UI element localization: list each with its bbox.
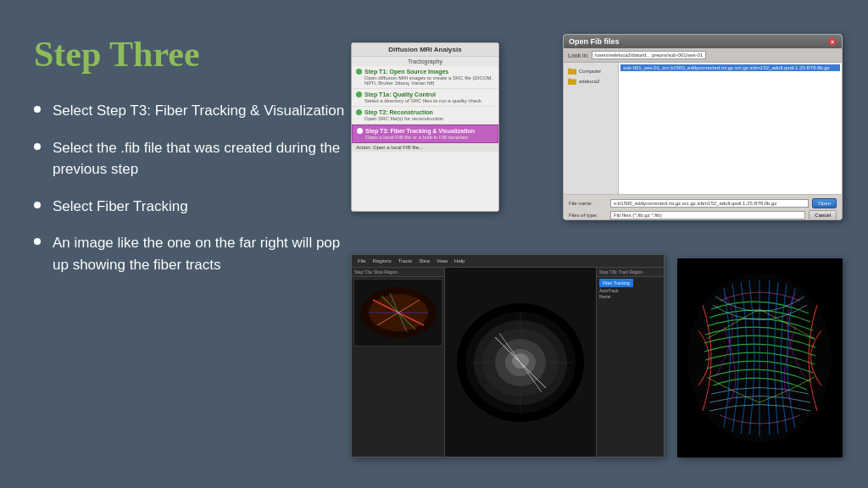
- brain-fiber-screenshot: [677, 258, 843, 458]
- dialog-content: Computer edeluca2 sub-001_ses-01_src.b15…: [564, 63, 842, 194]
- dsi-steps-screenshot: Diffusion MRI Analysis Tractography Step…: [351, 42, 499, 212]
- brain-fiber-image: [677, 258, 843, 458]
- open-fib-dialog-screenshot: Open Fib files × Look in: /users/edeluca…: [563, 34, 843, 220]
- name-row: Name: [599, 294, 661, 299]
- filetype-input[interactable]: [610, 211, 805, 219]
- dsi-step-t1a-dot: [356, 92, 362, 97]
- filename-input[interactable]: [610, 199, 809, 208]
- brain-fiber-svg: [677, 258, 843, 458]
- brain-left-sub: [353, 279, 442, 347]
- viewer-menubar: File Regions Tracts Slice View Help: [352, 255, 664, 268]
- name-label: Name: [599, 294, 610, 299]
- dialog-toolbar: Look in: /users/edeluca2/data/d... prepr…: [564, 48, 842, 63]
- dialog-title: Open Fib files: [569, 37, 620, 46]
- right-panel-label: Step T3b: Tract Region: [597, 268, 664, 277]
- file-item-1[interactable]: sub-001_ses-01_src.b1500_eddycorrected.m…: [620, 64, 840, 71]
- dsi-step-t1a-desc: Select a directory of SRC files to run a…: [364, 98, 494, 103]
- dsi-step-t1-dot: [356, 69, 362, 75]
- bullet-dot-3: [34, 202, 41, 208]
- dsi-step-t2-dot: [356, 109, 362, 115]
- bullet-text-1: Select Step T3: Fiber Tracking & Visuali…: [53, 100, 356, 122]
- bullet-dot-2: [34, 143, 41, 150]
- viewer-main: [445, 268, 596, 457]
- lookin-label: Look in:: [568, 53, 589, 58]
- screenshots-container: Diffusion MRI Analysis Tractography Step…: [351, 34, 843, 458]
- dsi-step-t3[interactable]: Step T3: Fiber Tracking & Visualization …: [352, 125, 498, 143]
- svg-point-15: [512, 353, 529, 369]
- computer-icon: [568, 68, 576, 75]
- dialog-sidebar: Computer edeluca2: [564, 63, 619, 194]
- dsi-step-t1a-label: Step T1a: Quality Control: [356, 92, 494, 97]
- dsi-steps-panel: Diffusion MRI Analysis Tractography Step…: [352, 43, 498, 211]
- dialog-sidebar-computer[interactable]: Computer: [566, 66, 615, 76]
- dialog-sidebar-edeluca[interactable]: edeluca2: [566, 76, 615, 86]
- menu-slice[interactable]: Slice: [416, 258, 432, 264]
- menu-tracts[interactable]: Tracts: [396, 258, 415, 264]
- left-panel-label: Step T3a: Slice Region: [352, 268, 444, 277]
- dialog-footer: File name: Open Files of type: Cancel: [564, 194, 842, 220]
- menu-file[interactable]: File: [355, 258, 369, 264]
- dsi-step-t1-label: Step T1: Open Source Images: [356, 69, 494, 75]
- dsi-step-t1[interactable]: Step T1: Open Source Images Open diffusi…: [352, 66, 498, 89]
- menu-help[interactable]: Help: [452, 258, 467, 264]
- bullet-list: Select Step T3: Fiber Tracking & Visuali…: [34, 100, 356, 275]
- open-fib-dialog: Open Fib files × Look in: /users/edeluca…: [564, 35, 842, 219]
- autotrack-label: AutoTrack: [599, 288, 619, 293]
- bullet-item-1: Select Step T3: Fiber Tracking & Visuali…: [34, 100, 356, 122]
- fiber-tracking-button[interactable]: Fiber Tracking: [599, 279, 633, 287]
- dsi-step-t3-desc: Open a local FIB file or a built-in FIB …: [365, 135, 493, 140]
- folder-icon: [568, 78, 576, 85]
- dsi-panel-title: Diffusion MRI Analysis: [352, 43, 498, 57]
- dialog-path-box[interactable]: /users/edeluca2/data/d... prepro/sub-001…: [592, 51, 707, 59]
- bullet-text-3: Select Fiber Tracking: [53, 196, 356, 218]
- computer-label: Computer: [579, 69, 601, 74]
- dsi-step-t2-desc: Open SRC file(s) for reconstruction: [364, 116, 494, 121]
- brain-left-svg: [356, 283, 441, 342]
- bullet-text-4: An image like the one on the far right w…: [53, 232, 356, 275]
- right-panel-content: Fiber Tracking AutoTrack Name: [597, 277, 664, 302]
- slide: Step Three Select Step T3: Fiber Trackin…: [0, 0, 868, 488]
- open-button[interactable]: Open: [812, 198, 837, 208]
- menu-view[interactable]: View: [434, 258, 450, 264]
- dialog-footer-filename-row: File name: Open: [569, 198, 837, 208]
- dsi-step-t3-label: Step T3: Fiber Tracking & Visualization: [357, 128, 493, 134]
- dsi-step-t2-label: Step T2: Reconstruction: [356, 109, 494, 115]
- dialog-close-button[interactable]: ×: [828, 37, 837, 46]
- dsi-step-t1-desc: Open diffusion MRI images to create a SR…: [364, 75, 494, 86]
- dsi-panel-subtitle: Tractography: [352, 57, 498, 66]
- bullet-dot-1: [34, 106, 41, 113]
- cancel-button[interactable]: Cancel: [809, 210, 837, 220]
- filename-label: File name:: [569, 201, 607, 206]
- bullet-dot-4: [34, 238, 41, 245]
- dsi-action-label: Action: Open a local FIB file...: [352, 143, 498, 152]
- dsi-viewer-screenshot: File Regions Tracts Slice View Help Step…: [351, 254, 665, 458]
- main-brain-svg: [453, 295, 588, 430]
- dsi-step-t2[interactable]: Step T2: Reconstruction Open SRC file(s)…: [352, 107, 498, 125]
- dialog-footer-filetype-row: Files of type: Cancel: [569, 210, 837, 220]
- menu-regions[interactable]: Regions: [370, 258, 394, 264]
- brain-viewer: File Regions Tracts Slice View Help Step…: [352, 255, 664, 457]
- bullet-item-2: Select the .fib file that was created du…: [34, 137, 356, 180]
- dialog-lookin: Look in: /users/edeluca2/data/d... prepr…: [568, 51, 706, 59]
- dsi-step-t3-dot: [357, 128, 363, 134]
- autotrack-row: AutoTrack: [599, 288, 661, 293]
- dialog-file-list: sub-001_ses-01_src.b1500_eddycorrected.m…: [619, 63, 842, 194]
- viewer-left-panel: Step T3a: Slice Region: [352, 268, 445, 457]
- bullet-item-3: Select Fiber Tracking: [34, 196, 356, 218]
- edeluca-label: edeluca2: [579, 79, 599, 84]
- dialog-titlebar: Open Fib files ×: [564, 35, 842, 48]
- viewer-content: Step T3a: Slice Region: [352, 268, 664, 457]
- dsi-step-t1a[interactable]: Step T1a: Quality Control Select a direc…: [352, 89, 498, 107]
- bullet-item-4: An image like the one on the far right w…: [34, 232, 356, 275]
- fiber-tracking-row: Fiber Tracking: [599, 279, 661, 287]
- viewer-right-panel: Step T3b: Tract Region Fiber Tracking Au…: [596, 268, 664, 457]
- filetype-label: Files of type:: [569, 213, 607, 218]
- bullet-text-2: Select the .fib file that was created du…: [53, 137, 356, 180]
